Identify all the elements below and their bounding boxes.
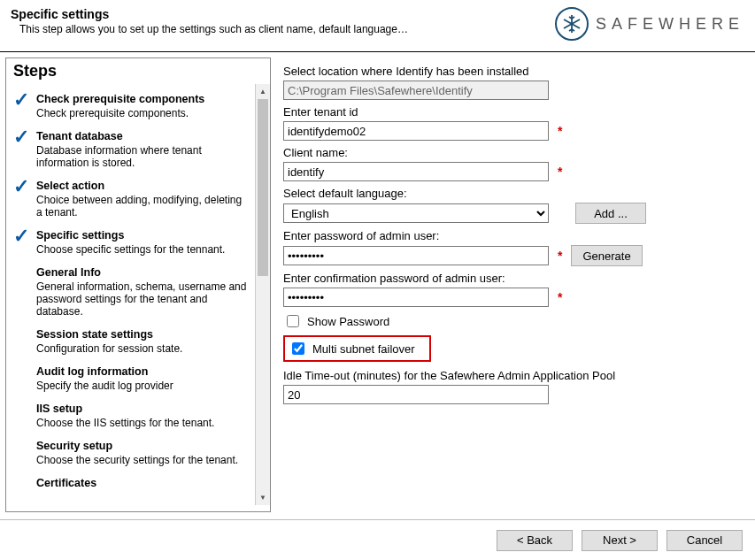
- client-label: Client name:: [283, 146, 743, 159]
- check-icon: [13, 440, 31, 466]
- page-subtitle: This step allows you to set up the setti…: [11, 23, 408, 35]
- idle-timeout-input[interactable]: [283, 385, 549, 404]
- step-item[interactable]: Session state settingsConfiguration for …: [12, 323, 252, 360]
- step-title: Tenant database: [36, 130, 250, 142]
- multi-subnet-label: Multi subnet failover: [312, 342, 415, 356]
- idle-timeout-label: Idle Time-out (minutes) for the Safewher…: [283, 369, 743, 382]
- check-icon: ✓: [13, 180, 31, 219]
- step-item[interactable]: General InfoGeneral information, schema,…: [12, 261, 252, 323]
- step-title: Audit log information: [36, 365, 173, 378]
- form-panel: Select location where Identify has been …: [271, 52, 755, 518]
- step-item[interactable]: Audit log informationSpecify the audit l…: [12, 360, 252, 397]
- step-item[interactable]: ✓Specific settingsChoose specific settin…: [12, 224, 252, 261]
- scroll-up-icon[interactable]: ▲: [256, 84, 270, 99]
- step-desc: General information, schema, username an…: [36, 280, 250, 318]
- required-icon: *: [558, 124, 562, 138]
- language-select[interactable]: English: [283, 203, 549, 223]
- check-icon: ✓: [13, 229, 31, 256]
- step-desc: Configuration for session state.: [36, 342, 182, 355]
- multi-subnet-checkbox[interactable]: [292, 342, 304, 355]
- step-title: Certificates: [36, 477, 96, 489]
- step-title: Security setup: [36, 440, 238, 452]
- password-label: Enter password of admin user:: [283, 229, 743, 242]
- step-title: Session state settings: [36, 328, 182, 341]
- step-item[interactable]: Certificates: [12, 472, 252, 496]
- step-desc: Check prerequisite components.: [36, 107, 204, 119]
- snowflake-icon: [555, 7, 589, 41]
- step-item[interactable]: ✓Tenant databaseDatabase information whe…: [12, 125, 252, 174]
- language-label: Select default language:: [283, 187, 743, 200]
- footer: < Back Next > Cancel: [0, 519, 755, 560]
- next-button[interactable]: Next >: [582, 530, 658, 551]
- client-input[interactable]: [283, 162, 549, 181]
- step-item[interactable]: Security setupChoose the security settin…: [12, 434, 252, 472]
- tenant-label: Enter tenant id: [283, 105, 743, 119]
- step-item[interactable]: IIS setupChoose the IIS settings for the…: [12, 397, 252, 434]
- check-icon: [13, 328, 31, 355]
- step-title: Specific settings: [36, 229, 225, 242]
- show-password-checkbox[interactable]: [287, 315, 299, 327]
- check-icon: [13, 403, 31, 429]
- show-password-label: Show Password: [307, 315, 389, 328]
- cancel-button[interactable]: Cancel: [666, 530, 743, 551]
- step-desc: Choose the IIS settings for the tenant.: [36, 417, 214, 429]
- add-button[interactable]: Add ...: [575, 203, 646, 224]
- scroll-thumb[interactable]: [258, 99, 268, 276]
- scrollbar[interactable]: ▲ ▼: [255, 84, 270, 505]
- step-title: IIS setup: [36, 403, 214, 415]
- required-icon: *: [558, 165, 562, 179]
- step-title: Select action: [36, 180, 250, 192]
- back-button[interactable]: < Back: [497, 530, 573, 551]
- check-icon: ✓: [13, 130, 31, 169]
- step-title: General Info: [36, 266, 250, 279]
- step-desc: Specify the audit log provider: [36, 380, 173, 392]
- tenant-input[interactable]: [283, 121, 549, 141]
- steps-panel: Steps ✓Check prerequisite componentsChec…: [5, 58, 271, 512]
- step-desc: Choice between adding, modifying, deleti…: [36, 194, 250, 219]
- scroll-track[interactable]: [256, 99, 270, 490]
- multi-subnet-highlight: Multi subnet failover: [283, 335, 431, 362]
- step-item[interactable]: ✓Select actionChoice between adding, mod…: [12, 174, 252, 224]
- check-icon: ✓: [13, 93, 31, 119]
- check-icon: [13, 365, 31, 392]
- step-item[interactable]: ✓Check prerequisite componentsCheck prer…: [12, 88, 252, 125]
- location-label: Select location where Identify has been …: [283, 65, 743, 78]
- check-icon: [13, 477, 31, 491]
- confirm-password-label: Enter confirmation password of admin use…: [283, 272, 743, 285]
- confirm-password-input[interactable]: [283, 288, 549, 307]
- step-desc: Database information where tenant inform…: [36, 144, 250, 169]
- required-icon: *: [558, 249, 562, 263]
- check-icon: [13, 266, 31, 318]
- step-desc: Choose the security settings for the ten…: [36, 454, 238, 466]
- page-title: Specific settings: [11, 7, 408, 21]
- required-icon: *: [558, 290, 562, 304]
- brand-text: SAFEWHERE: [596, 15, 744, 34]
- brand: SAFEWHERE: [555, 7, 744, 41]
- location-input: [283, 81, 549, 100]
- scroll-down-icon[interactable]: ▼: [256, 490, 270, 505]
- step-desc: Choose specific settings for the tennant…: [36, 243, 225, 256]
- header: Specific settings This step allows you t…: [0, 0, 755, 52]
- password-input[interactable]: [283, 246, 549, 265]
- step-title: Check prerequisite components: [36, 93, 204, 105]
- generate-button[interactable]: Generate: [571, 245, 642, 266]
- steps-title: Steps: [6, 58, 270, 84]
